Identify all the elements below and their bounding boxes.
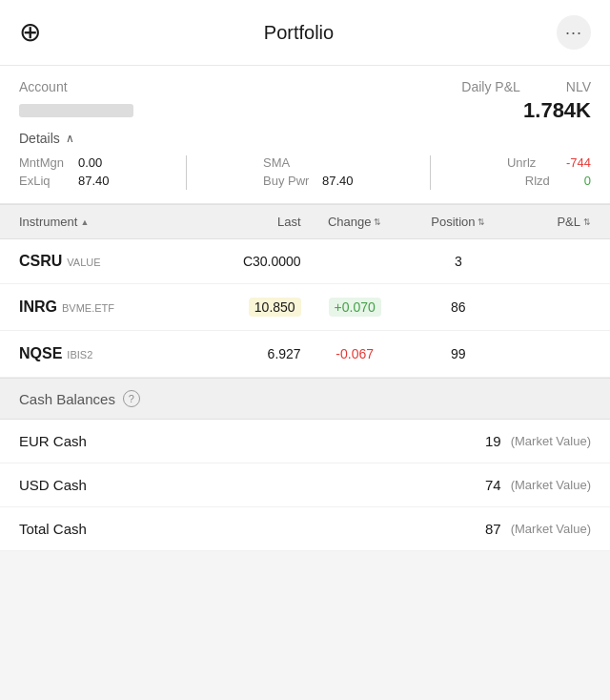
details-label: Details [19, 131, 60, 146]
symbol-csru: CSRU [19, 253, 62, 270]
cash-balances-body: EUR Cash 19 (Market Value) USD Cash 74 (… [0, 420, 610, 551]
cash-balances-title: Cash Balances [19, 391, 115, 407]
th-position[interactable]: Position ⇅ [409, 215, 508, 229]
position-nqse: 99 [409, 346, 508, 361]
details-middle-block: SMA Buy Pwr 87.40 [263, 155, 354, 190]
change-sort-icon: ⇅ [374, 217, 381, 227]
pl-sort-icon: ⇅ [583, 217, 591, 227]
last-nqse: 6.927 [201, 346, 300, 361]
cash-row-usd[interactable]: USD Cash 74 (Market Value) [0, 463, 610, 507]
usd-cash-label: USD Cash [19, 477, 87, 493]
account-id [19, 104, 133, 117]
change-value-inrg: +0.070 [329, 298, 381, 317]
table-row[interactable]: CSRU VALUE C30.0000 3 [0, 239, 610, 284]
usd-cash-right: 74 (Market Value) [485, 477, 591, 493]
instrument-cell-inrg: INRG BVME.ETF [19, 299, 201, 316]
instrument-sort-icon: ▲ [80, 217, 89, 227]
eur-cash-value: 19 [485, 433, 501, 449]
exchange-inrg: BVME.ETF [62, 302, 114, 314]
details-right-block: Unrlz -744 Rlzd 0 [507, 155, 591, 190]
position-sort-icon: ⇅ [478, 217, 485, 227]
details-left-block: MntMgn 0.00 ExLiq 87.40 [19, 155, 110, 190]
cash-help-icon[interactable]: ? [123, 390, 140, 407]
table-header: Instrument ▲ Last Change ⇅ Position ⇅ P&… [0, 204, 610, 239]
position-inrg: 86 [409, 299, 508, 315]
buypwr-value: 87.40 [322, 174, 354, 188]
unrlz-key: Unrlz [507, 155, 560, 170]
mntmgn-key: MntMgn [19, 155, 72, 170]
table-body: CSRU VALUE C30.0000 3 INRG BVME.ETF 10.8… [0, 239, 610, 378]
change-value-nqse: -0.067 [330, 344, 379, 363]
chevron-up-icon: ∧ [66, 132, 74, 145]
last-inrg: 10.850 [201, 299, 300, 315]
nlv-value: 1.784K [523, 98, 591, 123]
eur-cash-label: EUR Cash [19, 433, 87, 449]
exliq-value: 87.40 [78, 174, 110, 188]
cash-balances-header: Cash Balances ? [0, 378, 610, 420]
table-row[interactable]: INRG BVME.ETF 10.850 +0.070 86 [0, 284, 610, 331]
usd-market-value-label: (Market Value) [511, 478, 591, 492]
instrument-cell-nqse: NQSE IBIS2 [19, 345, 201, 362]
sma-key: SMA [263, 155, 316, 170]
th-pl[interactable]: P&L ⇅ [508, 215, 591, 229]
exchange-csru: VALUE [67, 257, 100, 268]
mntmgn-value: 0.00 [78, 155, 102, 170]
daily-pl-label: Daily P&L [461, 79, 519, 94]
usd-cash-value: 74 [485, 477, 501, 493]
eur-market-value-label: (Market Value) [511, 434, 591, 448]
cash-row-eur[interactable]: EUR Cash 19 (Market Value) [0, 420, 610, 463]
symbol-nqse: NQSE [19, 345, 62, 362]
th-change[interactable]: Change ⇅ [301, 215, 409, 229]
rlzd-key: Rlzd [525, 174, 579, 188]
instrument-cell-csru: CSRU VALUE [19, 253, 201, 270]
th-last[interactable]: Last [201, 215, 300, 229]
unrlz-value: -744 [566, 155, 591, 170]
last-value-inrg: 10.850 [249, 298, 301, 317]
cash-row-total[interactable]: Total Cash 87 (Market Value) [0, 507, 610, 551]
position-csru: 3 [409, 254, 508, 269]
nlv-label: NLV [566, 79, 591, 94]
th-instrument[interactable]: Instrument ▲ [19, 215, 201, 229]
header: ⊕ Portfolio ··· [0, 0, 610, 66]
total-cash-label: Total Cash [19, 521, 87, 537]
eur-cash-right: 19 (Market Value) [485, 433, 591, 449]
details-toggle[interactable]: Details ∧ [19, 131, 591, 146]
page-title: Portfolio [264, 22, 334, 44]
change-nqse: -0.067 [301, 344, 409, 363]
app-logo: ⊕ [19, 19, 41, 46]
account-section: Account Daily P&L NLV 1.784K Details ∧ M… [0, 66, 610, 204]
change-inrg: +0.070 [301, 298, 409, 317]
account-label: Account [19, 79, 68, 94]
exliq-key: ExLiq [19, 174, 72, 188]
table-row[interactable]: NQSE IBIS2 6.927 -0.067 99 [0, 331, 610, 378]
exchange-nqse: IBIS2 [67, 349, 92, 360]
total-market-value-label: (Market Value) [511, 522, 591, 536]
menu-button[interactable]: ··· [557, 15, 591, 50]
rlzd-value: 0 [584, 174, 591, 188]
total-cash-value: 87 [485, 521, 501, 537]
symbol-inrg: INRG [19, 299, 57, 316]
total-cash-right: 87 (Market Value) [485, 521, 591, 537]
last-csru: C30.0000 [201, 254, 300, 269]
details-panel: MntMgn 0.00 ExLiq 87.40 SMA Buy Pwr 87.4… [19, 155, 591, 190]
buypwr-key: Buy Pwr [263, 174, 316, 188]
